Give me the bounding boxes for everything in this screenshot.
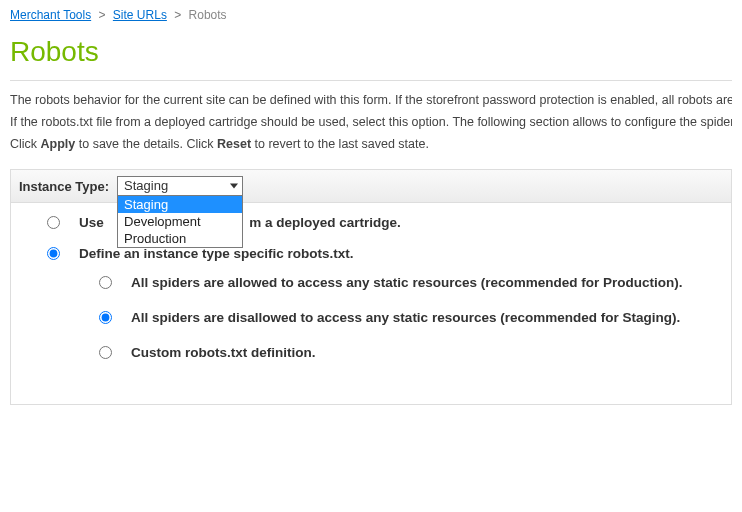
- divider: [10, 80, 732, 81]
- instance-type-row: Instance Type: Staging Staging Developme…: [11, 170, 731, 203]
- instance-type-select[interactable]: Staging Staging Development Production: [117, 176, 243, 196]
- instance-option-staging[interactable]: Staging: [118, 196, 242, 213]
- option-define-robots: Define an instance type specific robots.…: [27, 246, 715, 261]
- intro-line-3: Click Apply to save the details. Click R…: [10, 137, 732, 151]
- suboption-allow-all: All spiders are allowed to access any st…: [79, 275, 715, 290]
- radio-custom[interactable]: [99, 346, 112, 359]
- intro-text: The robots behavior for the current site…: [10, 93, 732, 151]
- instance-type-dropdown[interactable]: Staging Development Production: [117, 195, 243, 248]
- instance-option-production[interactable]: Production: [118, 230, 242, 247]
- option-define-robots-label: Define an instance type specific robots.…: [79, 246, 715, 261]
- breadcrumb: Merchant Tools > Site URLs > Robots: [10, 8, 732, 22]
- suboption-disallow-all-label: All spiders are disallowed to access any…: [131, 310, 715, 325]
- intro-line-1: The robots behavior for the current site…: [10, 93, 732, 107]
- breadcrumb-current: Robots: [189, 8, 227, 22]
- instance-type-value: Staging: [124, 178, 168, 193]
- breadcrumb-merchant-tools[interactable]: Merchant Tools: [10, 8, 91, 22]
- radio-allow-all[interactable]: [99, 276, 112, 289]
- instance-option-development[interactable]: Development: [118, 213, 242, 230]
- intro-line-2: If the robots.txt file from a deployed c…: [10, 115, 732, 129]
- breadcrumb-sep: >: [95, 8, 110, 22]
- page-title: Robots: [10, 36, 732, 68]
- suboption-disallow-all: All spiders are disallowed to access any…: [79, 310, 715, 325]
- instance-type-select-display[interactable]: Staging: [117, 176, 243, 196]
- radio-use-cartridge[interactable]: [47, 216, 60, 229]
- robots-form: Instance Type: Staging Staging Developme…: [10, 169, 732, 405]
- radio-define-robots[interactable]: [47, 247, 60, 260]
- suboption-custom: Custom robots.txt definition.: [79, 345, 715, 360]
- radio-disallow-all[interactable]: [99, 311, 112, 324]
- suboption-custom-label: Custom robots.txt definition.: [131, 345, 715, 360]
- breadcrumb-site-urls[interactable]: Site URLs: [113, 8, 167, 22]
- instance-type-label: Instance Type:: [19, 179, 109, 194]
- breadcrumb-sep: >: [170, 8, 185, 22]
- sub-options: All spiders are allowed to access any st…: [79, 275, 715, 360]
- suboption-allow-all-label: All spiders are allowed to access any st…: [131, 275, 715, 290]
- chevron-down-icon: [230, 184, 238, 189]
